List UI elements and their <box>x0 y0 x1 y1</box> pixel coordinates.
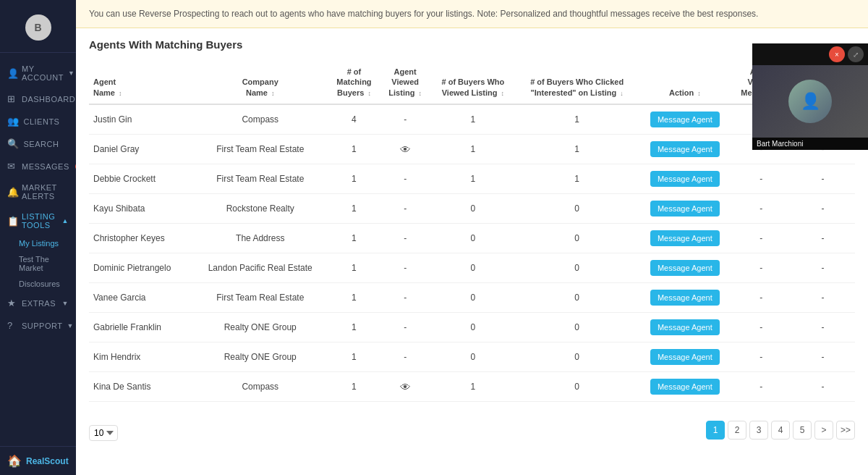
cell-viewed-listing: 👁 <box>380 135 430 164</box>
cell-buyers-viewed: 1 <box>430 104 516 135</box>
page-btn-5[interactable]: 5 <box>793 421 812 440</box>
cell-viewed-msg: - <box>731 313 791 342</box>
agents-table: AgentName ↕ CompanyName ↕ # ofMatchingBu… <box>89 61 855 402</box>
video-person: 👤 <box>752 65 868 138</box>
cell-agent-name: Kim Hendrix <box>89 342 192 372</box>
cell-company-name: Landon Pacific Real Estate <box>192 253 328 283</box>
cell-viewed-listing: - <box>380 313 430 342</box>
message-agent-button[interactable]: Message Agent <box>650 290 720 306</box>
col-agent-viewed: AgentViewedListing ↕ <box>380 61 430 104</box>
sidebar-item-extras[interactable]: ★ EXTRAS ▼ <box>0 292 76 314</box>
table-row: Kina De Santis Compass 1 👁 1 0 Message A… <box>89 372 855 402</box>
message-agent-button[interactable]: Message Agent <box>650 349 720 365</box>
eye-icon: 👁 <box>400 143 411 156</box>
support-icon: ? <box>7 320 17 331</box>
sidebar-item-listing-tools[interactable]: 📋 LISTING TOOLS ▲ <box>0 206 76 235</box>
sidebar-item-clients[interactable]: 👥 CLIENTS <box>0 110 76 133</box>
table-row: Daniel Gray First Team Real Estate 1 👁 1… <box>89 135 855 164</box>
sidebar-item-label: EXTRAS <box>22 299 56 308</box>
eye-icon: 👁 <box>400 381 411 393</box>
cell-agent-name: Debbie Crockett <box>89 164 192 194</box>
cell-buyers-clicked: 0 <box>516 283 638 313</box>
video-overlay: × ⤢ 👤 Bart Marchioni <box>752 43 868 150</box>
clients-icon: 👥 <box>7 116 20 127</box>
page-btn-4[interactable]: 4 <box>771 421 790 440</box>
sidebar-sub-disclosures[interactable]: Disclosures <box>0 276 76 292</box>
cell-buyers-clicked: 0 <box>516 313 638 342</box>
cell-company-name: First Team Real Estate <box>192 135 328 164</box>
sidebar-sub-my-listings[interactable]: My Listings <box>0 235 76 251</box>
per-page-select[interactable]: 10 25 50 <box>89 425 118 441</box>
table-row: Gabrielle Franklin Realty ONE Group 1 - … <box>89 313 855 342</box>
cell-action: Message Agent <box>638 135 731 164</box>
cell-buyers-clicked: 1 <box>516 164 638 194</box>
message-agent-button[interactable]: Message Agent <box>650 171 720 187</box>
col-action: Action ↕ <box>638 61 731 104</box>
sidebar-item-label: MARKET ALERTS <box>22 183 69 201</box>
video-close-button[interactable]: × <box>829 46 845 62</box>
message-agent-button[interactable]: Message Agent <box>650 230 720 246</box>
info-banner: You can use Reverse Prospecting to reach… <box>76 0 868 28</box>
cell-agent-name: Christopher Keyes <box>89 224 192 253</box>
content-area: Agents With Matching Buyers AgentName ↕ … <box>76 28 868 455</box>
table-row: Vanee Garcia First Team Real Estate 1 - … <box>89 283 855 313</box>
page-btn-3[interactable]: 3 <box>749 421 768 440</box>
page-btn-2[interactable]: 2 <box>728 421 746 440</box>
dash: - <box>404 203 407 214</box>
sidebar-item-search[interactable]: 🔍 SEARCH <box>0 133 76 155</box>
cell-action: Message Agent <box>638 372 731 402</box>
market-alerts-icon: 🔔 <box>7 187 17 198</box>
cell-buyers-viewed: 0 <box>430 313 516 342</box>
pagination-row: 10 25 50 1 2 3 4 5 > >> <box>89 411 855 445</box>
table-row: Debbie Crockett First Team Real Estate 1… <box>89 164 855 194</box>
cell-response: - <box>791 164 855 194</box>
chevron-icon: ▼ <box>68 70 75 77</box>
sidebar-item-messages[interactable]: ✉ MESSAGES 1 <box>0 155 76 177</box>
cell-viewed-listing: - <box>380 342 430 372</box>
cell-buyers-clicked: 0 <box>516 342 638 372</box>
cell-action: Message Agent <box>638 253 731 283</box>
listing-tools-icon: 📋 <box>7 216 17 227</box>
video-expand-button[interactable]: ⤢ <box>848 46 864 62</box>
cell-response: - <box>791 283 855 313</box>
table-row: Kim Hendrix Realty ONE Group 1 - 0 0 Mes… <box>89 342 855 372</box>
sidebar-item-label: MESSAGES <box>22 162 69 171</box>
cell-agent-name: Justin Gin <box>89 104 192 135</box>
cell-agent-name: Vanee Garcia <box>89 283 192 313</box>
cell-viewed-listing: 👁 <box>380 372 430 402</box>
message-agent-button[interactable]: Message Agent <box>650 141 720 157</box>
messages-icon: ✉ <box>7 161 17 172</box>
cell-matching-buyers: 1 <box>328 342 380 372</box>
page-btn-1[interactable]: 1 <box>706 421 725 440</box>
page-btn-next[interactable]: > <box>814 421 833 440</box>
sidebar-sub-test-market[interactable]: Test The Market <box>0 251 76 276</box>
chevron-icon: ▼ <box>67 322 73 329</box>
sidebar-item-label: CLIENTS <box>24 117 60 126</box>
cell-viewed-msg: - <box>731 224 791 253</box>
cell-company-name: Realty ONE Group <box>192 313 328 342</box>
message-agent-button[interactable]: Message Agent <box>650 112 720 127</box>
message-agent-button[interactable]: Message Agent <box>650 319 720 335</box>
col-buyers-viewed: # of Buyers WhoViewed Listing ↕ <box>430 61 516 104</box>
message-agent-button[interactable]: Message Agent <box>650 379 720 395</box>
cell-viewed-listing: - <box>380 224 430 253</box>
dash: - <box>404 114 407 125</box>
cell-response: - <box>791 372 855 402</box>
sidebar-brand: 🏠 RealScout <box>7 454 69 468</box>
video-person-name: Bart Marchioni <box>752 138 868 150</box>
cell-company-name: Realty ONE Group <box>192 342 328 372</box>
sidebar-item-dashboard[interactable]: ⊞ DASHBOARD <box>0 88 76 110</box>
dash: - <box>404 233 407 243</box>
cell-agent-name: Gabrielle Franklin <box>89 313 192 342</box>
message-agent-button[interactable]: Message Agent <box>650 260 720 276</box>
sidebar-logo: B <box>0 7 76 53</box>
page-btn-last[interactable]: >> <box>836 421 855 440</box>
sidebar-item-support[interactable]: ? SUPPORT ▼ <box>0 314 76 337</box>
cell-viewed-msg: - <box>731 194 791 224</box>
sidebar-item-market-alerts[interactable]: 🔔 MARKET ALERTS <box>0 177 76 206</box>
message-agent-button[interactable]: Message Agent <box>650 201 720 217</box>
table-row: Kayu Shibata Rockstone Realty 1 - 0 0 Me… <box>89 194 855 224</box>
cell-response: - <box>791 253 855 283</box>
sidebar-item-my-account[interactable]: 👤 MY ACCOUNT ▼ <box>0 59 76 88</box>
page-title: Agents With Matching Buyers <box>89 38 855 51</box>
